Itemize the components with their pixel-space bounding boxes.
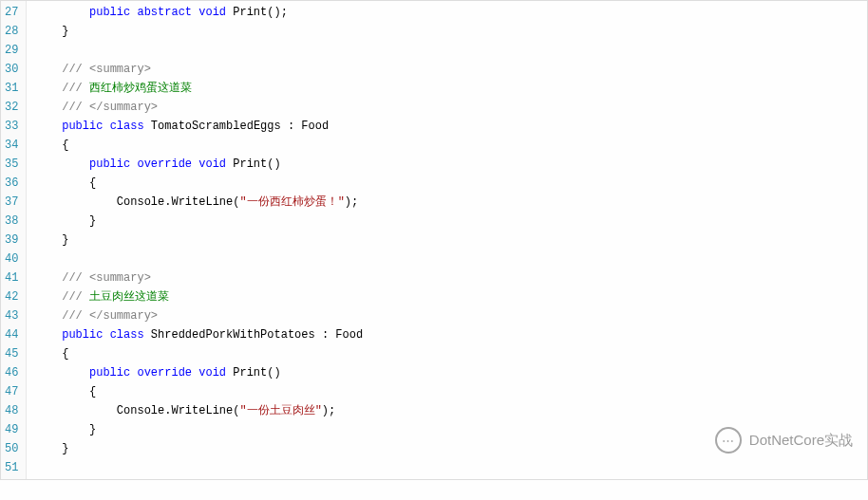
line-number: 45 xyxy=(5,344,18,363)
code-line: public class TomatoScrambledEggs : Food xyxy=(34,117,363,136)
code-line: /// 西红柿炒鸡蛋这道菜 xyxy=(34,79,363,98)
code-line: { xyxy=(34,344,363,363)
line-number: 42 xyxy=(5,287,18,306)
code-line xyxy=(34,250,363,269)
line-number: 33 xyxy=(5,117,18,136)
code-line: } xyxy=(34,231,363,250)
line-number: 49 xyxy=(5,420,18,439)
line-number: 39 xyxy=(5,231,18,250)
line-number: 28 xyxy=(5,22,18,41)
line-number: 48 xyxy=(5,401,18,420)
code-editor: 2728293031323334353637383940414243444546… xyxy=(0,0,868,480)
line-number: 32 xyxy=(5,98,18,117)
line-number: 31 xyxy=(5,79,18,98)
code-line: } xyxy=(34,22,363,41)
line-number: 35 xyxy=(5,155,18,174)
code-line xyxy=(34,41,363,60)
code-line: { xyxy=(34,382,363,401)
line-number: 36 xyxy=(5,174,18,193)
line-number: 37 xyxy=(5,193,18,212)
line-number: 51 xyxy=(5,458,18,477)
code-line: { xyxy=(34,136,363,155)
code-line: } xyxy=(34,439,363,458)
line-number: 38 xyxy=(5,212,18,231)
line-number: 41 xyxy=(5,269,18,287)
line-number: 44 xyxy=(5,325,18,344)
line-number-gutter: 2728293031323334353637383940414243444546… xyxy=(1,1,27,479)
code-line: Console.WriteLine("一份土豆肉丝"); xyxy=(34,401,363,420)
line-number: 43 xyxy=(5,306,18,325)
code-area: public abstract void Print(); } /// <sum… xyxy=(27,1,363,479)
line-number: 29 xyxy=(5,41,18,60)
code-line: } xyxy=(34,212,363,231)
code-line: /// </summary> xyxy=(34,98,363,117)
code-line: /// </summary> xyxy=(34,306,363,325)
code-line: /// <summary> xyxy=(34,269,363,287)
line-number: 30 xyxy=(5,60,18,79)
line-number: 50 xyxy=(5,439,18,458)
code-line: public override void Print() xyxy=(34,363,363,382)
line-number: 34 xyxy=(5,136,18,155)
code-line: public override void Print() xyxy=(34,155,363,174)
line-number: 46 xyxy=(5,363,18,382)
code-line: { xyxy=(34,174,363,193)
line-number: 47 xyxy=(5,382,18,401)
code-line: } xyxy=(34,420,363,439)
code-line: /// <summary> xyxy=(34,60,363,79)
code-line: Console.WriteLine("一份西红柿炒蛋！"); xyxy=(34,193,363,212)
code-line: public abstract void Print(); xyxy=(34,3,363,22)
code-line xyxy=(34,458,363,477)
line-number: 40 xyxy=(5,250,18,269)
code-line: public class ShreddedPorkWithPotatoes : … xyxy=(34,325,363,344)
code-line: /// 土豆肉丝这道菜 xyxy=(34,287,363,306)
line-number: 27 xyxy=(5,3,18,22)
